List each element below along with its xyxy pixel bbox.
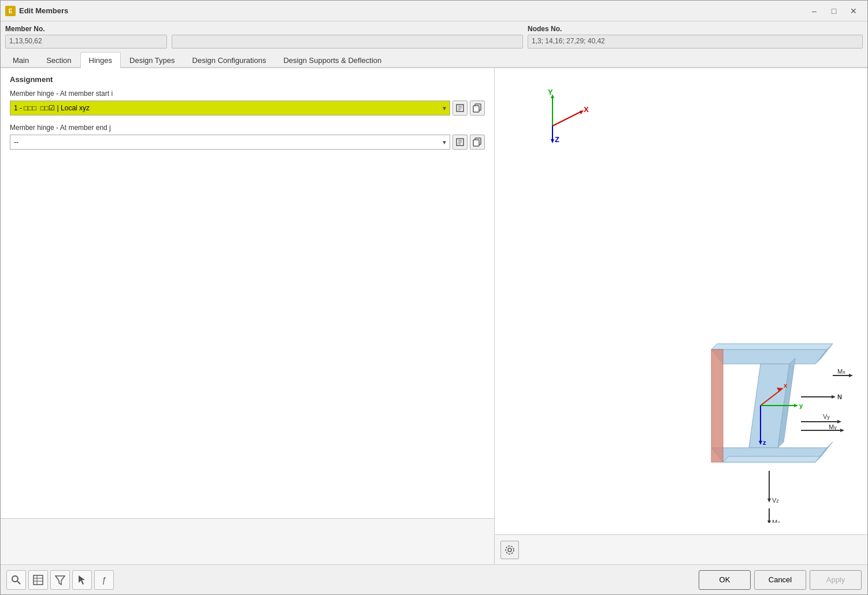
hinge-start-value: 1 - □□□ □□☑ | Local xyz — [14, 104, 90, 112]
svg-text:E: E — [9, 8, 13, 14]
svg-text:Vz: Vz — [772, 497, 779, 504]
tab-design-supports[interactable]: Design Supports & Deflection — [275, 52, 390, 68]
apply-button[interactable]: Apply — [810, 570, 862, 590]
assignment-title: Assignment — [10, 75, 485, 84]
viz-footer — [495, 534, 867, 564]
maximize-button[interactable]: □ — [825, 3, 843, 18]
window-title: Edit Members — [19, 6, 802, 15]
svg-rect-63 — [34, 575, 43, 585]
window-controls: – □ ✕ — [805, 3, 863, 18]
svg-marker-45 — [767, 499, 771, 503]
member-desc-value — [172, 35, 523, 49]
svg-marker-42 — [832, 395, 836, 399]
hinge-start-label: Member hinge - At member start i — [10, 90, 485, 98]
svg-rect-31 — [711, 349, 723, 462]
svg-marker-68 — [79, 575, 85, 585]
svg-point-61 — [12, 576, 18, 582]
svg-text:x: x — [784, 382, 788, 389]
table-tool-btn[interactable] — [28, 570, 48, 590]
nodes-no-value: 1,3; 14,16; 27,29; 40,42 — [528, 35, 863, 49]
header-fields: Member No. 1,13,50,62 Nodes No. 1,3; 14,… — [1, 21, 867, 52]
svg-marker-18 — [580, 110, 584, 114]
left-panel-bottom — [1, 518, 494, 564]
hinge-end-group: Member hinge - At member end j -- ▼ — [10, 124, 485, 150]
hinge-start-select[interactable]: 1 - □□□ □□☑ | Local xyz ▼ — [10, 101, 450, 116]
member-desc-label — [172, 25, 523, 33]
svg-text:Mx: Mx — [837, 368, 845, 375]
tab-section[interactable]: Section — [38, 52, 80, 68]
search-tool-btn[interactable] — [6, 570, 26, 590]
svg-text:Y: Y — [548, 88, 553, 96]
svg-marker-51 — [849, 374, 853, 377]
svg-marker-48 — [767, 520, 771, 523]
main-content: Assignment Member hinge - At member star… — [1, 68, 867, 564]
hinge-start-group: Member hinge - At member start i 1 - □□□… — [10, 90, 485, 116]
svg-marker-67 — [55, 576, 65, 585]
tab-hinges[interactable]: Hinges — [80, 52, 121, 68]
ok-button[interactable]: OK — [699, 570, 751, 590]
coordinate-system: Y X Z — [524, 85, 593, 143]
member-desc-group — [172, 25, 523, 49]
svg-text:My: My — [829, 423, 837, 430]
filter-tool-btn[interactable] — [50, 570, 70, 590]
svg-text:N: N — [837, 393, 842, 400]
close-button[interactable]: ✕ — [844, 3, 863, 18]
hinge-start-edit-btn[interactable] — [452, 101, 468, 116]
svg-text:z: z — [763, 439, 766, 446]
hinge-end-select-wrapper: -- ▼ — [10, 135, 450, 150]
svg-marker-57 — [840, 429, 844, 432]
svg-marker-54 — [837, 420, 841, 423]
svg-rect-13 — [473, 140, 479, 146]
footer-actions: OK Cancel Apply — [699, 570, 862, 590]
hinge-end-select[interactable]: -- ▼ — [10, 135, 450, 150]
hinge-end-edit-btn[interactable] — [452, 135, 468, 150]
svg-rect-7 — [473, 106, 479, 112]
nodes-no-group: Nodes No. 1,3; 14,16; 27,29; 40,42 — [528, 25, 863, 49]
svg-marker-24 — [711, 344, 833, 349]
hinge-start-row: 1 - □□□ □□☑ | Local xyz ▼ — [10, 101, 485, 116]
svg-text:X: X — [584, 105, 589, 114]
right-panel: Y X Z — [495, 68, 867, 564]
member-no-label: Member No. — [5, 25, 167, 33]
hinge-end-value: -- — [14, 138, 18, 146]
tab-main[interactable]: Main — [4, 52, 38, 68]
title-bar: E Edit Members – □ ✕ — [1, 1, 867, 21]
hinge-start-dropdown-arrow: ▼ — [442, 105, 447, 111]
svg-marker-29 — [723, 456, 821, 462]
function-tool-btn[interactable]: ƒ — [94, 570, 114, 590]
cancel-button[interactable]: Cancel — [754, 570, 806, 590]
svg-marker-23 — [711, 349, 827, 364]
svg-text:Mz: Mz — [772, 519, 780, 523]
svg-text:Vy: Vy — [823, 413, 830, 420]
hinge-end-dropdown-arrow: ▼ — [442, 139, 447, 146]
svg-point-60 — [506, 546, 514, 554]
hinge-end-copy-btn[interactable] — [470, 135, 485, 150]
member-no-value: 1,13,50,62 — [5, 35, 167, 49]
beam-visualization: x y z N Vz — [694, 332, 856, 523]
svg-marker-21 — [551, 139, 554, 143]
svg-line-17 — [552, 111, 581, 126]
footer-bar: ƒ OK Cancel Apply — [1, 564, 867, 594]
hinge-start-copy-btn[interactable] — [470, 101, 485, 116]
tab-design-configurations[interactable]: Design Configurations — [184, 52, 275, 68]
app-icon: E — [5, 6, 16, 16]
tab-design-types[interactable]: Design Types — [121, 52, 184, 68]
hinge-end-label: Member hinge - At member end j — [10, 124, 485, 132]
member-no-group: Member No. 1,13,50,62 — [5, 25, 167, 49]
viz-settings-btn[interactable] — [500, 541, 519, 559]
main-window: E Edit Members – □ ✕ Member No. 1,13,50,… — [0, 0, 868, 595]
tabs-bar: Main Section Hinges Design Types Design … — [1, 52, 867, 68]
minimize-button[interactable]: – — [805, 3, 824, 18]
visualization-area: Y X Z — [495, 68, 867, 534]
pointer-tool-btn[interactable] — [72, 570, 92, 590]
svg-point-59 — [508, 548, 511, 552]
footer-tools: ƒ — [6, 570, 696, 590]
hinge-start-select-wrapper: 1 - □□□ □□☑ | Local xyz ▼ — [10, 101, 450, 116]
hinge-end-row: -- ▼ — [10, 135, 485, 150]
svg-text:Z: Z — [555, 135, 559, 143]
svg-text:y: y — [799, 402, 803, 409]
nodes-no-label: Nodes No. — [528, 25, 863, 33]
left-panel: Assignment Member hinge - At member star… — [1, 68, 495, 564]
svg-line-62 — [17, 581, 20, 584]
svg-marker-36 — [794, 404, 798, 407]
